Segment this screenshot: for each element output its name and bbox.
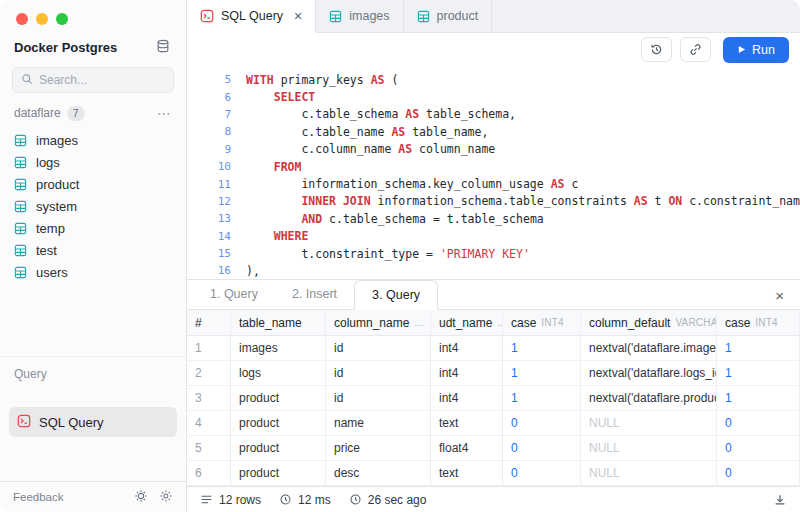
more-menu-icon[interactable]: ⋯	[157, 105, 172, 121]
cell: 1	[717, 386, 800, 410]
cell: 1	[717, 361, 800, 385]
tab-close-icon[interactable]: ×	[294, 8, 302, 24]
tab-label: SQL Query	[221, 9, 283, 23]
search-input[interactable]	[39, 73, 165, 87]
cell: int4	[431, 336, 503, 360]
sidebar-item-sql-query[interactable]: SQL Query	[9, 407, 177, 437]
cell: price	[326, 436, 431, 460]
link-button[interactable]	[680, 37, 711, 62]
column-header-table_name[interactable]: table_name	[231, 310, 326, 335]
app-window: Docker Postgres dataflare 7 ⋯ imageslogs…	[0, 0, 800, 512]
query-section-label: Query	[0, 365, 186, 407]
code-editor[interactable]: 5WITH primary_keys AS (6 SELECT7 c.table…	[187, 66, 800, 279]
cell: product	[231, 411, 326, 435]
status-bar: 12 rows 12 ms 26 sec ago	[187, 486, 800, 512]
sidebar-item-product[interactable]: product	[0, 173, 186, 195]
sidebar-item-temp[interactable]: temp	[0, 217, 186, 239]
sidebar-item-system[interactable]: system	[0, 195, 186, 217]
table-icon	[14, 200, 27, 213]
column-header-index[interactable]: #	[187, 310, 231, 335]
result-tab-3-query[interactable]: 3. Query	[354, 280, 438, 310]
cell: desc	[326, 461, 431, 485]
export-button[interactable]	[773, 493, 787, 507]
schema-row[interactable]: dataflare 7 ⋯	[0, 97, 186, 125]
code-text: c.table_schema AS table_schema,	[246, 107, 516, 121]
rows-icon	[200, 493, 213, 506]
line-number: 14	[187, 230, 231, 243]
cell: 1	[503, 361, 581, 385]
table-row[interactable]: 4productnametext0NULL0	[187, 411, 800, 436]
sql-file-icon	[200, 9, 214, 23]
cell: nextval('dataflare.logs_id_seq'...	[581, 361, 717, 385]
table-row[interactable]: 1imagesidint41nextval('dataflare.images_…	[187, 336, 800, 361]
cell: NULL	[581, 411, 717, 435]
column-header-column_default[interactable]: column_defaultVARCHAR	[581, 310, 717, 335]
close-results-icon[interactable]: ×	[775, 288, 800, 303]
run-button[interactable]: Run	[723, 37, 789, 63]
column-header-udt_name[interactable]: udt_name...	[431, 310, 503, 335]
code-text: WITH primary_keys AS (	[246, 73, 398, 87]
feedback-link[interactable]: Feedback	[13, 491, 64, 503]
code-text: FROM	[246, 160, 301, 174]
close-window-button[interactable]	[16, 13, 28, 25]
zoom-window-button[interactable]	[56, 13, 68, 25]
code-line: 16),	[187, 262, 800, 279]
search-box[interactable]	[12, 67, 174, 93]
table-row[interactable]: 6productdesctext0NULL0	[187, 461, 800, 486]
editor-toolbar: Run	[187, 33, 800, 66]
column-header-case[interactable]: caseINT4	[717, 310, 800, 335]
result-tabs: 1. Query2. Insert3. Query×	[187, 280, 800, 310]
history-button[interactable]	[641, 37, 672, 62]
table-icon	[14, 134, 27, 147]
cell: 1	[503, 336, 581, 360]
cell: nextval('dataflare.images_id_s...	[581, 336, 717, 360]
line-number: 8	[187, 125, 231, 138]
code-line: 13 AND c.table_schema = t.table_schema	[187, 210, 800, 227]
table-row[interactable]: 2logsidint41nextval('dataflare.logs_id_s…	[187, 361, 800, 386]
code-text: c.table_name AS table_name,	[246, 125, 488, 139]
cell: 0	[717, 461, 800, 485]
sidebar-item-images[interactable]: images	[0, 129, 186, 151]
cell: 0	[503, 436, 581, 460]
result-tab-1-query[interactable]: 1. Query	[193, 280, 275, 309]
cell: NULL	[581, 436, 717, 460]
table-row[interactable]: 5productpricefloat40NULL0	[187, 436, 800, 461]
tab-product[interactable]: product	[404, 0, 493, 32]
table-icon	[14, 156, 27, 169]
code-text: c.column_name AS column_name	[246, 142, 495, 156]
cell: product	[231, 386, 326, 410]
table-row[interactable]: 3productidint41nextval('dataflare.produc…	[187, 386, 800, 411]
cell: logs	[231, 361, 326, 385]
theme-icon[interactable]	[134, 489, 148, 506]
line-number: 9	[187, 143, 231, 156]
cell: 1	[187, 336, 231, 360]
footer-icons	[134, 489, 173, 506]
code-line: 7 c.table_schema AS table_schema,	[187, 106, 800, 123]
connection-header: Docker Postgres	[0, 29, 186, 58]
cell: 5	[187, 436, 231, 460]
code-text: t.constraint_type = 'PRIMARY KEY'	[246, 247, 530, 261]
code-text: AND c.table_schema = t.table_schema	[246, 212, 544, 226]
sidebar-item-test[interactable]: test	[0, 239, 186, 261]
table-label: test	[36, 243, 57, 258]
code-line: 15 t.constraint_type = 'PRIMARY KEY'	[187, 245, 800, 262]
cell: id	[326, 386, 431, 410]
tab-sql-query[interactable]: SQL Query×	[187, 0, 316, 32]
sidebar: Docker Postgres dataflare 7 ⋯ imageslogs…	[0, 0, 187, 512]
column-header-case[interactable]: caseINT4	[503, 310, 581, 335]
cell: 2	[187, 361, 231, 385]
cell: 1	[717, 336, 800, 360]
sidebar-item-logs[interactable]: logs	[0, 151, 186, 173]
line-number: 15	[187, 247, 231, 260]
cell: 0	[503, 411, 581, 435]
line-number: 10	[187, 160, 231, 173]
settings-gear-icon[interactable]	[159, 489, 173, 506]
tab-images[interactable]: images	[316, 0, 403, 32]
minimize-window-button[interactable]	[36, 13, 48, 25]
cell: name	[326, 411, 431, 435]
cell: product	[231, 461, 326, 485]
column-header-column_name[interactable]: column_name...	[326, 310, 431, 335]
sidebar-item-users[interactable]: users	[0, 261, 186, 283]
database-icon[interactable]	[156, 39, 170, 56]
result-tab-2-insert[interactable]: 2. Insert	[275, 280, 354, 309]
